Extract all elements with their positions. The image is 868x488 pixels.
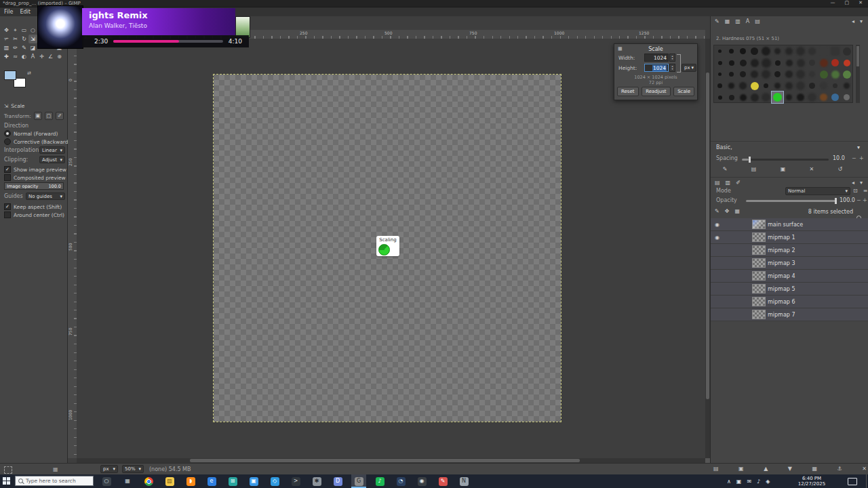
cortana-app-icon[interactable]: ○ bbox=[99, 474, 114, 488]
plus-icon[interactable]: + bbox=[859, 155, 864, 161]
dock-menu-icon[interactable]: ▾ bbox=[860, 180, 863, 186]
menu-file[interactable]: File bbox=[4, 9, 13, 15]
minus-icon[interactable]: − bbox=[852, 155, 856, 161]
vscode-app-icon[interactable]: ◇ bbox=[267, 474, 282, 488]
brush-item[interactable] bbox=[806, 92, 818, 103]
pencil-tool-icon[interactable]: ✏ bbox=[11, 43, 20, 52]
brush-item[interactable] bbox=[829, 68, 841, 80]
obs-app-icon[interactable]: ◉ bbox=[414, 474, 429, 488]
minus-icon[interactable]: − bbox=[856, 197, 861, 203]
text-tool-icon[interactable]: A bbox=[28, 52, 37, 61]
checkbox[interactable] bbox=[4, 174, 11, 181]
brush-item[interactable] bbox=[829, 45, 841, 57]
opacity-slider[interactable] bbox=[746, 200, 837, 202]
brush-item[interactable] bbox=[795, 80, 806, 92]
height-input[interactable]: 1024 bbox=[644, 64, 669, 72]
brush-item[interactable] bbox=[795, 68, 806, 80]
photos-app-icon[interactable]: ▣ bbox=[246, 474, 261, 488]
edge-app-icon[interactable]: e bbox=[204, 474, 219, 488]
chrome-app-icon[interactable] bbox=[141, 474, 156, 488]
paintbrush-tab-icon[interactable]: ✎ bbox=[715, 18, 719, 24]
brush-item[interactable] bbox=[737, 45, 749, 57]
canvas-viewport[interactable]: Scaling bbox=[77, 39, 705, 458]
radio-button[interactable] bbox=[4, 130, 11, 137]
visibility-eye-icon[interactable]: ◉ bbox=[715, 222, 719, 228]
option-checkbox-row[interactable]: Composited preview bbox=[4, 174, 66, 181]
clipping-dropdown[interactable]: Adjust ▾ bbox=[39, 156, 65, 163]
swap-colors-icon[interactable]: ⇄ bbox=[27, 70, 31, 76]
anchor-layer-icon[interactable]: ⚓ bbox=[837, 466, 842, 472]
chevron-left-icon[interactable]: ◂ bbox=[852, 180, 854, 186]
chevron-left-icon[interactable]: ◂ bbox=[852, 18, 854, 24]
layer-mode-dropdown[interactable]: Normal ▾ bbox=[785, 187, 850, 195]
transform-layer-button[interactable]: ▣ bbox=[34, 112, 42, 120]
brush-item[interactable] bbox=[760, 80, 772, 92]
brush-item[interactable] bbox=[714, 57, 726, 68]
direction-radio-0[interactable]: Normal (Forward) bbox=[4, 130, 58, 137]
task-view-app-icon[interactable]: ▦ bbox=[120, 474, 135, 488]
action-center-icon[interactable] bbox=[848, 478, 857, 485]
file-explorer-app-icon[interactable]: ▨ bbox=[162, 474, 177, 488]
lock-pixels-icon[interactable]: ✎ bbox=[715, 208, 719, 214]
chain-link-icon[interactable] bbox=[677, 54, 681, 73]
scale-tool-icon[interactable]: ⇲ bbox=[28, 35, 37, 43]
brush-item[interactable] bbox=[760, 92, 772, 103]
scale-dialog[interactable]: ▦ Scale Width: 1024 ▴ ▾ Height: 1024 ▴ ▾… bbox=[614, 43, 698, 100]
brush-item[interactable] bbox=[783, 80, 795, 92]
brush-item[interactable] bbox=[783, 92, 795, 103]
color-picker-tool-icon[interactable]: ✛ bbox=[37, 52, 46, 61]
brush-item[interactable] bbox=[806, 68, 818, 80]
brush-item[interactable] bbox=[714, 45, 726, 57]
brush-item[interactable] bbox=[749, 57, 760, 68]
close-button[interactable]: ✕ bbox=[859, 0, 863, 5]
checkbox[interactable] bbox=[4, 211, 11, 218]
direction-radio-1[interactable]: Corrective (Backward) bbox=[4, 138, 70, 145]
lock-position-icon[interactable]: ✥ bbox=[725, 208, 730, 214]
image-opacity-slider[interactable]: Image opacity 100.0 bbox=[4, 182, 64, 190]
scale-dialog-reset-button[interactable]: Reset bbox=[617, 87, 639, 96]
delete-layer-icon[interactable]: ✕ bbox=[862, 466, 867, 472]
brush-item[interactable] bbox=[726, 57, 737, 68]
statusbar-grid-icon[interactable]: ▦ bbox=[53, 466, 58, 472]
scale-dialog-scale-button[interactable]: Scale bbox=[673, 87, 694, 96]
opacity-slider-knob[interactable] bbox=[835, 198, 837, 204]
brush-item[interactable] bbox=[772, 68, 783, 80]
vertical-ruler[interactable]: 02505007501000 bbox=[68, 39, 77, 458]
spacing-slider[interactable] bbox=[742, 159, 829, 161]
option-checkbox-row[interactable]: Around center (Ctrl) bbox=[4, 211, 64, 218]
option-checkbox-row[interactable]: ✓Show image preview bbox=[4, 166, 66, 173]
mail-icon[interactable]: ✉ bbox=[747, 479, 751, 485]
zoom-dropdown[interactable]: 50% ▾ bbox=[122, 465, 144, 473]
opacity-value[interactable]: 100.0 bbox=[840, 197, 855, 203]
menu-edit[interactable]: Edit bbox=[20, 9, 31, 15]
brush-item[interactable] bbox=[760, 45, 772, 57]
brush-item[interactable] bbox=[795, 92, 806, 103]
brush-item[interactable] bbox=[818, 57, 829, 68]
width-input[interactable]: 1024 bbox=[644, 54, 669, 62]
settings-app-icon[interactable]: ✱ bbox=[309, 474, 324, 488]
brush-item[interactable] bbox=[795, 57, 806, 68]
chevron-down-icon[interactable]: ▾ bbox=[857, 144, 860, 150]
measure-tool-icon[interactable]: ∠ bbox=[46, 52, 55, 61]
brush-item[interactable] bbox=[714, 68, 726, 80]
scissors-select-tool-icon[interactable]: ✃ bbox=[2, 35, 11, 43]
brush-item[interactable] bbox=[795, 45, 806, 57]
channels-tab-icon[interactable]: ▥ bbox=[726, 180, 731, 186]
brush-item[interactable] bbox=[818, 45, 829, 57]
brush-item[interactable] bbox=[783, 45, 795, 57]
brush-item[interactable] bbox=[818, 80, 829, 92]
maximize-button[interactable]: ▢ bbox=[845, 0, 850, 5]
layers-tab-icon[interactable]: ▤ bbox=[715, 180, 720, 186]
notepad-app-icon[interactable]: N bbox=[456, 474, 471, 488]
crop-tool-icon[interactable]: ✂ bbox=[11, 35, 20, 43]
layer-row[interactable]: mipmap 7 bbox=[711, 308, 868, 321]
brush-item[interactable] bbox=[749, 80, 760, 92]
brush-item[interactable] bbox=[737, 80, 749, 92]
brush-item[interactable] bbox=[783, 57, 795, 68]
refresh-brushes-icon[interactable]: ↺ bbox=[838, 166, 843, 172]
taskbar-clock[interactable]: 6:40 PM 12/27/2025 bbox=[795, 476, 829, 487]
brush-item[interactable] bbox=[829, 80, 841, 92]
spin-down-icon[interactable]: ▾ bbox=[671, 58, 673, 60]
paintbrush-tool-icon[interactable]: ✎ bbox=[20, 43, 28, 52]
horizontal-scrollbar-thumb[interactable] bbox=[190, 459, 580, 462]
